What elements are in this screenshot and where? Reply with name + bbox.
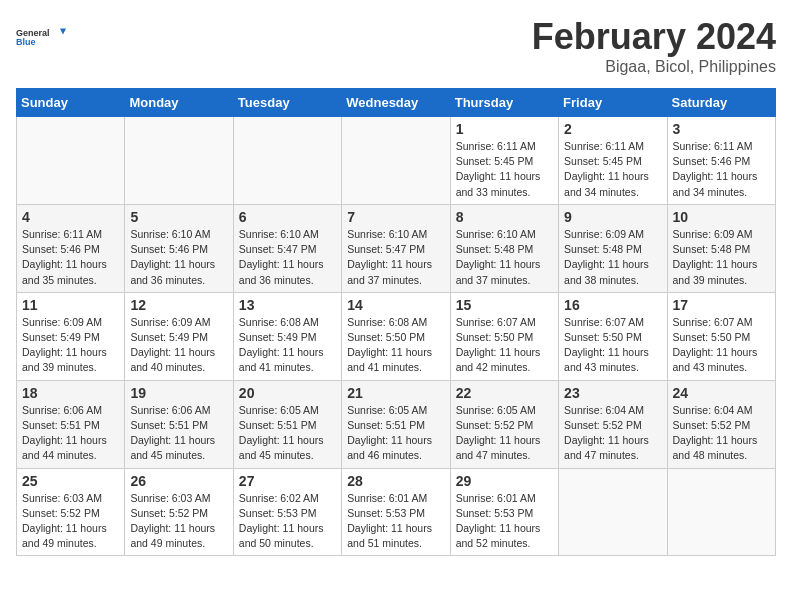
calendar-cell: 28Sunrise: 6:01 AMSunset: 5:53 PMDayligh… bbox=[342, 468, 450, 556]
day-info: Sunrise: 6:11 AMSunset: 5:46 PMDaylight:… bbox=[22, 227, 119, 288]
week-row-4: 18Sunrise: 6:06 AMSunset: 5:51 PMDayligh… bbox=[17, 380, 776, 468]
day-number: 24 bbox=[673, 385, 770, 401]
day-info: Sunrise: 6:07 AMSunset: 5:50 PMDaylight:… bbox=[564, 315, 661, 376]
day-info: Sunrise: 6:09 AMSunset: 5:49 PMDaylight:… bbox=[22, 315, 119, 376]
calendar-cell: 8Sunrise: 6:10 AMSunset: 5:48 PMDaylight… bbox=[450, 204, 558, 292]
calendar-cell bbox=[233, 117, 341, 205]
day-info: Sunrise: 6:11 AMSunset: 5:45 PMDaylight:… bbox=[564, 139, 661, 200]
calendar-cell: 16Sunrise: 6:07 AMSunset: 5:50 PMDayligh… bbox=[559, 292, 667, 380]
calendar-cell bbox=[559, 468, 667, 556]
calendar-cell: 24Sunrise: 6:04 AMSunset: 5:52 PMDayligh… bbox=[667, 380, 775, 468]
day-info: Sunrise: 6:01 AMSunset: 5:53 PMDaylight:… bbox=[347, 491, 444, 552]
calendar-cell: 9Sunrise: 6:09 AMSunset: 5:48 PMDaylight… bbox=[559, 204, 667, 292]
day-number: 5 bbox=[130, 209, 227, 225]
day-number: 18 bbox=[22, 385, 119, 401]
day-number: 29 bbox=[456, 473, 553, 489]
day-info: Sunrise: 6:04 AMSunset: 5:52 PMDaylight:… bbox=[673, 403, 770, 464]
day-number: 10 bbox=[673, 209, 770, 225]
calendar-cell: 13Sunrise: 6:08 AMSunset: 5:49 PMDayligh… bbox=[233, 292, 341, 380]
svg-marker-2 bbox=[60, 29, 66, 35]
calendar-cell bbox=[667, 468, 775, 556]
week-row-1: 1Sunrise: 6:11 AMSunset: 5:45 PMDaylight… bbox=[17, 117, 776, 205]
calendar-cell: 21Sunrise: 6:05 AMSunset: 5:51 PMDayligh… bbox=[342, 380, 450, 468]
col-header-sunday: Sunday bbox=[17, 89, 125, 117]
week-row-2: 4Sunrise: 6:11 AMSunset: 5:46 PMDaylight… bbox=[17, 204, 776, 292]
col-header-thursday: Thursday bbox=[450, 89, 558, 117]
calendar-cell: 23Sunrise: 6:04 AMSunset: 5:52 PMDayligh… bbox=[559, 380, 667, 468]
day-number: 27 bbox=[239, 473, 336, 489]
day-number: 21 bbox=[347, 385, 444, 401]
day-info: Sunrise: 6:03 AMSunset: 5:52 PMDaylight:… bbox=[22, 491, 119, 552]
logo: General Blue bbox=[16, 16, 66, 58]
day-number: 19 bbox=[130, 385, 227, 401]
day-info: Sunrise: 6:09 AMSunset: 5:48 PMDaylight:… bbox=[564, 227, 661, 288]
day-number: 23 bbox=[564, 385, 661, 401]
calendar-cell: 29Sunrise: 6:01 AMSunset: 5:53 PMDayligh… bbox=[450, 468, 558, 556]
calendar-cell: 20Sunrise: 6:05 AMSunset: 5:51 PMDayligh… bbox=[233, 380, 341, 468]
col-header-tuesday: Tuesday bbox=[233, 89, 341, 117]
day-info: Sunrise: 6:09 AMSunset: 5:49 PMDaylight:… bbox=[130, 315, 227, 376]
day-number: 12 bbox=[130, 297, 227, 313]
day-number: 13 bbox=[239, 297, 336, 313]
calendar-cell: 3Sunrise: 6:11 AMSunset: 5:46 PMDaylight… bbox=[667, 117, 775, 205]
day-number: 11 bbox=[22, 297, 119, 313]
day-info: Sunrise: 6:11 AMSunset: 5:45 PMDaylight:… bbox=[456, 139, 553, 200]
sub-title: Bigaa, Bicol, Philippines bbox=[532, 58, 776, 76]
title-area: February 2024 Bigaa, Bicol, Philippines bbox=[532, 16, 776, 76]
day-info: Sunrise: 6:03 AMSunset: 5:52 PMDaylight:… bbox=[130, 491, 227, 552]
calendar-cell: 6Sunrise: 6:10 AMSunset: 5:47 PMDaylight… bbox=[233, 204, 341, 292]
svg-text:General: General bbox=[16, 28, 50, 38]
day-info: Sunrise: 6:09 AMSunset: 5:48 PMDaylight:… bbox=[673, 227, 770, 288]
day-info: Sunrise: 6:10 AMSunset: 5:46 PMDaylight:… bbox=[130, 227, 227, 288]
calendar-cell: 27Sunrise: 6:02 AMSunset: 5:53 PMDayligh… bbox=[233, 468, 341, 556]
day-info: Sunrise: 6:10 AMSunset: 5:48 PMDaylight:… bbox=[456, 227, 553, 288]
day-info: Sunrise: 6:08 AMSunset: 5:49 PMDaylight:… bbox=[239, 315, 336, 376]
day-info: Sunrise: 6:10 AMSunset: 5:47 PMDaylight:… bbox=[347, 227, 444, 288]
calendar-cell bbox=[17, 117, 125, 205]
day-number: 14 bbox=[347, 297, 444, 313]
header-row: SundayMondayTuesdayWednesdayThursdayFrid… bbox=[17, 89, 776, 117]
calendar-cell: 2Sunrise: 6:11 AMSunset: 5:45 PMDaylight… bbox=[559, 117, 667, 205]
day-number: 22 bbox=[456, 385, 553, 401]
calendar-table: SundayMondayTuesdayWednesdayThursdayFrid… bbox=[16, 88, 776, 556]
day-number: 7 bbox=[347, 209, 444, 225]
day-info: Sunrise: 6:05 AMSunset: 5:51 PMDaylight:… bbox=[347, 403, 444, 464]
col-header-saturday: Saturday bbox=[667, 89, 775, 117]
calendar-cell: 7Sunrise: 6:10 AMSunset: 5:47 PMDaylight… bbox=[342, 204, 450, 292]
day-number: 4 bbox=[22, 209, 119, 225]
calendar-cell: 1Sunrise: 6:11 AMSunset: 5:45 PMDaylight… bbox=[450, 117, 558, 205]
day-number: 3 bbox=[673, 121, 770, 137]
day-number: 2 bbox=[564, 121, 661, 137]
day-info: Sunrise: 6:07 AMSunset: 5:50 PMDaylight:… bbox=[456, 315, 553, 376]
day-info: Sunrise: 6:10 AMSunset: 5:47 PMDaylight:… bbox=[239, 227, 336, 288]
day-number: 25 bbox=[22, 473, 119, 489]
col-header-wednesday: Wednesday bbox=[342, 89, 450, 117]
day-number: 1 bbox=[456, 121, 553, 137]
day-info: Sunrise: 6:06 AMSunset: 5:51 PMDaylight:… bbox=[130, 403, 227, 464]
header: General Blue February 2024 Bigaa, Bicol,… bbox=[16, 16, 776, 76]
calendar-cell: 22Sunrise: 6:05 AMSunset: 5:52 PMDayligh… bbox=[450, 380, 558, 468]
calendar-cell: 25Sunrise: 6:03 AMSunset: 5:52 PMDayligh… bbox=[17, 468, 125, 556]
day-number: 16 bbox=[564, 297, 661, 313]
week-row-3: 11Sunrise: 6:09 AMSunset: 5:49 PMDayligh… bbox=[17, 292, 776, 380]
logo-svg: General Blue bbox=[16, 16, 66, 58]
svg-text:Blue: Blue bbox=[16, 37, 36, 47]
calendar-cell: 14Sunrise: 6:08 AMSunset: 5:50 PMDayligh… bbox=[342, 292, 450, 380]
day-info: Sunrise: 6:11 AMSunset: 5:46 PMDaylight:… bbox=[673, 139, 770, 200]
calendar-cell: 10Sunrise: 6:09 AMSunset: 5:48 PMDayligh… bbox=[667, 204, 775, 292]
calendar-cell: 26Sunrise: 6:03 AMSunset: 5:52 PMDayligh… bbox=[125, 468, 233, 556]
calendar-cell bbox=[125, 117, 233, 205]
day-number: 20 bbox=[239, 385, 336, 401]
col-header-friday: Friday bbox=[559, 89, 667, 117]
calendar-cell: 4Sunrise: 6:11 AMSunset: 5:46 PMDaylight… bbox=[17, 204, 125, 292]
day-number: 26 bbox=[130, 473, 227, 489]
calendar-cell bbox=[342, 117, 450, 205]
day-number: 15 bbox=[456, 297, 553, 313]
calendar-cell: 5Sunrise: 6:10 AMSunset: 5:46 PMDaylight… bbox=[125, 204, 233, 292]
calendar-cell: 18Sunrise: 6:06 AMSunset: 5:51 PMDayligh… bbox=[17, 380, 125, 468]
day-number: 28 bbox=[347, 473, 444, 489]
day-info: Sunrise: 6:06 AMSunset: 5:51 PMDaylight:… bbox=[22, 403, 119, 464]
calendar-cell: 11Sunrise: 6:09 AMSunset: 5:49 PMDayligh… bbox=[17, 292, 125, 380]
calendar-cell: 15Sunrise: 6:07 AMSunset: 5:50 PMDayligh… bbox=[450, 292, 558, 380]
day-info: Sunrise: 6:05 AMSunset: 5:52 PMDaylight:… bbox=[456, 403, 553, 464]
